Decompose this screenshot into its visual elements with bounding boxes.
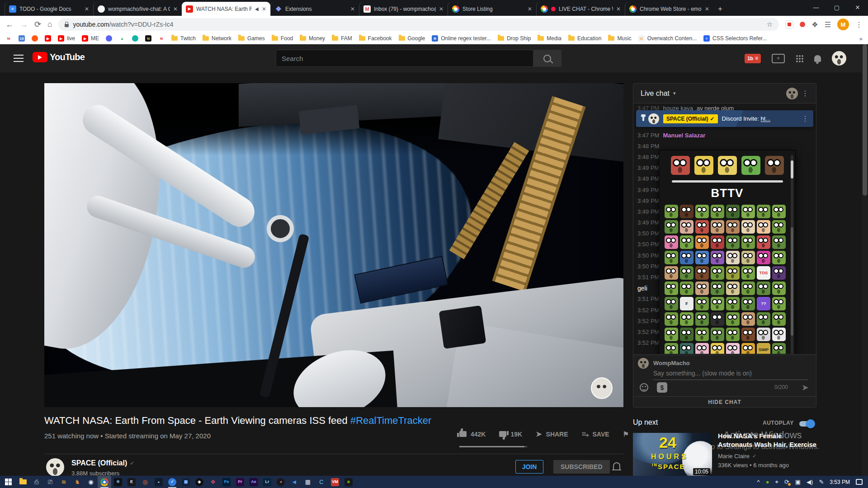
bookmark-item[interactable]: ROnline regex tester... (432, 35, 491, 42)
share-button[interactable]: ➤SHARE (536, 430, 568, 438)
bookmark-item[interactable] (132, 35, 138, 42)
hashtag-link[interactable]: #RealTimeTracker (350, 415, 431, 426)
emote-icon[interactable] (665, 343, 678, 354)
channel-name[interactable]: SPACE (Official)✓ (71, 459, 134, 467)
emote-icon[interactable] (741, 343, 755, 354)
like-button[interactable]: 442K (459, 431, 486, 438)
emote-icon[interactable] (711, 205, 724, 218)
channel-bell-icon[interactable] (613, 462, 620, 469)
emote-icon[interactable] (757, 235, 770, 249)
taskbar-app-origin[interactable]: ◎ (138, 476, 152, 488)
close-button[interactable]: ✕ (847, 0, 868, 14)
pen-tray-icon[interactable]: ✎ (819, 479, 824, 485)
emote-icon[interactable] (680, 251, 693, 264)
taskbar-app-epic-games[interactable]: E (125, 476, 138, 488)
taskbar-app-davinci-resolve[interactable]: ◕ (274, 476, 288, 488)
emote-icon[interactable] (665, 235, 678, 249)
reload-button[interactable]: ⟳ (34, 19, 41, 29)
new-tab-button[interactable]: + (713, 2, 727, 16)
browser-tab[interactable]: LIVE CHAT - Chrome We✕ (536, 2, 625, 16)
browser-tab[interactable]: ❖Extensions✕ (270, 2, 359, 16)
emote-icon[interactable] (741, 266, 755, 280)
emote-icon[interactable] (741, 328, 755, 341)
emote-icon[interactable] (695, 251, 709, 264)
emote-icon[interactable] (772, 266, 786, 280)
tray-expand-icon[interactable]: ^ (757, 479, 760, 485)
taskbar-app-after-effects[interactable]: Ae (247, 476, 260, 488)
taskbar-app-obs[interactable]: ◉ (84, 476, 98, 488)
taskbar-app-device-app[interactable]: ⎙ (30, 476, 43, 488)
emote-icon[interactable] (772, 205, 786, 218)
bookmark-item[interactable]: Music (608, 35, 631, 42)
emote-icon[interactable] (711, 266, 724, 280)
emote-icon[interactable] (772, 343, 786, 354)
channel-avatar[interactable] (46, 458, 64, 476)
chat-menu-icon[interactable]: ⋮ (802, 89, 809, 98)
browser-tab[interactable]: Store Listing✕ (448, 2, 536, 16)
emote-icon[interactable] (711, 251, 724, 264)
emote-icon[interactable] (695, 220, 709, 234)
tab-close-icon[interactable]: ✕ (350, 6, 355, 12)
bookmark-item[interactable]: N (145, 35, 151, 42)
tab-close-icon[interactable]: ✕ (262, 6, 266, 12)
taskbar-app-c-app[interactable]: C (315, 476, 328, 488)
notifications-bell-icon[interactable] (814, 55, 821, 62)
emote-icon[interactable] (680, 235, 693, 249)
bookmark-item[interactable]: Twitch (171, 35, 196, 42)
chat-header-title[interactable]: Live chat (641, 89, 670, 98)
emote-icon[interactable] (680, 282, 693, 295)
channel-watermark[interactable] (591, 377, 613, 399)
emote-icon[interactable] (711, 328, 724, 341)
bookmark-item[interactable]: Money (300, 35, 325, 42)
bookmark-star-icon[interactable]: ☆ (767, 20, 773, 28)
emote-icon[interactable] (772, 282, 786, 295)
emote-icon[interactable] (680, 266, 693, 280)
tab-close-icon[interactable]: ✕ (528, 6, 532, 12)
page-scrollbar[interactable] (862, 44, 868, 476)
emote-icon[interactable] (665, 220, 678, 234)
bookmark-item[interactable]: ▶ME (82, 35, 99, 42)
browser-tab[interactable]: ▶WATCH NASA: Earth Fro◀)✕ (182, 2, 270, 16)
taskbar-app-rooster-app[interactable]: ♞ (71, 476, 84, 488)
browser-tab[interactable]: Chrome Web Store - emote✕ (625, 2, 713, 16)
dish-tray-icon[interactable]: ⌖ (775, 479, 778, 485)
extensions-puzzle-icon[interactable]: ❖ (811, 20, 818, 29)
emote-icon[interactable] (726, 266, 740, 280)
user-avatar[interactable] (832, 51, 846, 66)
chat-user-avatar[interactable] (786, 88, 798, 99)
create-video-icon[interactable]: + (772, 54, 785, 63)
apps-grid-icon[interactable] (796, 55, 803, 62)
emote-icon[interactable]: F (680, 297, 693, 310)
browser-tab[interactable]: ≡TODO - Google Docs✕ (5, 2, 93, 16)
emote-icon[interactable]: SIMP (757, 343, 770, 354)
reading-list-icon[interactable]: ☰ (825, 20, 831, 29)
emote-icon[interactable] (772, 235, 786, 249)
emote-icon[interactable] (665, 251, 678, 264)
chat-input-field[interactable]: Say something... (slow mode is on) (653, 370, 808, 380)
emote-icon[interactable] (695, 235, 709, 249)
extension-badge[interactable]: 1b≡ (745, 54, 761, 63)
emote-icon[interactable]: ?? (757, 297, 770, 310)
emote-icon[interactable] (711, 282, 724, 295)
browser-profile-avatar[interactable]: M (837, 19, 849, 30)
bookmark-item[interactable]: ▲ (119, 35, 125, 42)
emote-icon[interactable] (772, 328, 786, 341)
emote-icon[interactable] (757, 251, 770, 264)
back-button[interactable]: ← (5, 20, 14, 29)
bookmark-item[interactable]: 15 (19, 35, 25, 42)
emote-icon[interactable] (695, 343, 709, 354)
emote-icon[interactable] (772, 220, 786, 234)
taskbar-app-chrome[interactable] (98, 476, 111, 488)
emote-icon[interactable] (665, 282, 678, 295)
record-extension-icon[interactable] (800, 22, 805, 27)
bookmarks-overflow-icon[interactable]: » (859, 35, 863, 42)
emote-icon[interactable] (726, 328, 740, 341)
bookmark-item[interactable]: Media (538, 35, 561, 42)
emote-icon[interactable] (757, 205, 770, 218)
bookmark-item[interactable]: Drop Ship (498, 35, 531, 42)
tab-close-icon[interactable]: ✕ (616, 6, 621, 12)
emote-icon[interactable] (711, 297, 724, 310)
emote-icon[interactable] (695, 312, 709, 326)
emote-icon[interactable] (726, 282, 740, 295)
emote-icon[interactable] (711, 343, 724, 354)
